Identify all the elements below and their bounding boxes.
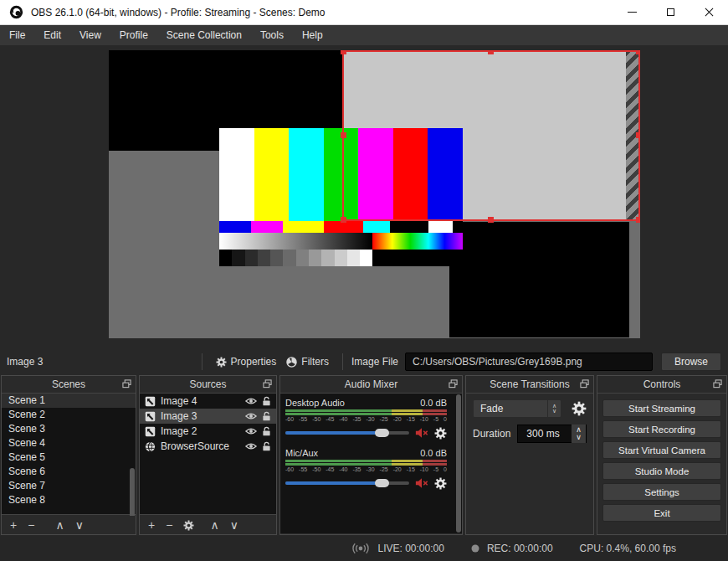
selected-source-label: Image 3 [7, 356, 43, 368]
selection-handle[interactable] [341, 50, 346, 54]
volume-meter [285, 409, 447, 412]
control-button[interactable]: Studio Mode [602, 462, 721, 480]
separator [202, 353, 203, 370]
move-scene-down-button[interactable]: ∨ [75, 516, 84, 534]
source-item[interactable]: Image 2 [140, 424, 276, 439]
selection-handle[interactable] [636, 132, 640, 138]
filters-button[interactable]: Filters [281, 353, 334, 370]
control-button[interactable]: Start Recording [602, 420, 721, 438]
mixer-scrollbar[interactable] [456, 394, 461, 533]
menu-item[interactable]: Profile [110, 25, 157, 45]
lock-open-icon[interactable] [262, 426, 271, 436]
visibility-eye-icon[interactable] [245, 397, 257, 405]
minimize-button[interactable] [613, 0, 651, 25]
menu-item[interactable]: Help [293, 25, 332, 45]
add-source-button[interactable]: + [148, 516, 155, 534]
add-scene-button[interactable]: + [10, 516, 17, 534]
meter-tick: -25 [380, 466, 388, 474]
popout-icon[interactable] [449, 379, 458, 389]
close-button[interactable] [690, 0, 728, 25]
meter-tick: -45 [326, 416, 334, 424]
filters-icon [286, 357, 297, 368]
remove-source-button[interactable]: − [166, 516, 172, 534]
mute-icon[interactable] [415, 477, 428, 489]
image-file-input[interactable]: C:/Users/OBS/Pictures/Grey169B.png [405, 353, 653, 371]
scene-item[interactable]: Scene 5 [2, 450, 136, 465]
gray-steps [219, 250, 372, 266]
move-scene-up-button[interactable]: ∧ [55, 516, 64, 534]
popout-icon[interactable] [580, 379, 589, 389]
color-bar [289, 128, 324, 221]
selection-handle[interactable] [488, 217, 494, 223]
control-button[interactable]: Settings [602, 483, 721, 501]
lock-open-icon[interactable] [262, 396, 271, 406]
control-button[interactable]: Exit [602, 504, 721, 522]
duration-spinbox[interactable]: 300 ms ∧∨ [517, 425, 587, 443]
source-item[interactable]: BrowserSource [140, 439, 276, 454]
scene-item[interactable]: Scene 3 [2, 422, 136, 436]
menu-item[interactable]: View [70, 25, 110, 45]
rainbow-gradient [372, 233, 463, 250]
scene-item[interactable]: Scene 1 [2, 394, 136, 408]
maximize-button[interactable] [651, 0, 690, 25]
scene-item[interactable]: Scene 6 [2, 465, 136, 479]
menu-item[interactable]: Tools [251, 25, 293, 45]
source-name: Image 2 [161, 425, 240, 437]
control-button[interactable]: Start Virtual Camera [602, 441, 721, 459]
remove-scene-button[interactable]: − [28, 516, 34, 534]
menu-item[interactable]: File [0, 25, 34, 45]
color-bar-small [453, 221, 463, 233]
spin-buttons[interactable]: ∧∨ [572, 425, 586, 443]
selected-source-bounding-box[interactable] [342, 50, 640, 221]
meter-tick: -50 [312, 466, 320, 474]
move-source-down-button[interactable]: ∨ [230, 516, 238, 534]
menu-item[interactable]: Edit [34, 25, 70, 45]
meter-tick: -40 [339, 416, 347, 424]
volume-slider[interactable] [285, 429, 409, 437]
source-name: Image 3 [161, 410, 240, 422]
popout-icon[interactable] [263, 379, 272, 389]
selection-handle[interactable] [341, 217, 346, 223]
scene-item[interactable]: Scene 2 [2, 408, 136, 422]
source-item[interactable]: Image 3 [140, 409, 276, 424]
mute-icon[interactable] [415, 427, 428, 439]
channel-settings-gear-icon[interactable] [434, 427, 447, 440]
volume-slider-thumb[interactable] [375, 479, 389, 487]
menu-item[interactable]: Scene Collection [157, 25, 251, 45]
scene-item[interactable]: Scene 8 [2, 493, 136, 507]
selection-handle[interactable] [636, 50, 640, 54]
popout-icon[interactable] [122, 379, 131, 389]
gray-step [321, 250, 334, 266]
source-properties-gear-icon[interactable] [183, 520, 194, 531]
volume-slider-thumb[interactable] [375, 429, 389, 437]
transition-settings-gear-icon[interactable] [572, 401, 587, 416]
preview-canvas[interactable] [109, 50, 640, 338]
preview-source-black-bottom[interactable] [449, 222, 629, 337]
lock-open-icon[interactable] [262, 411, 271, 421]
meter-tick: -15 [407, 416, 415, 424]
browse-button[interactable]: Browse [661, 353, 721, 371]
move-source-up-button[interactable]: ∧ [210, 516, 218, 534]
visibility-eye-icon[interactable] [245, 442, 257, 450]
volume-slider[interactable] [285, 479, 409, 487]
visibility-eye-icon[interactable] [245, 427, 257, 435]
control-button[interactable]: Start Streaming [602, 399, 721, 417]
selection-handle[interactable] [488, 50, 494, 54]
lock-open-icon[interactable] [262, 441, 271, 451]
source-item[interactable]: Image 4 [140, 394, 276, 409]
scene-item[interactable]: Scene 4 [2, 436, 136, 450]
sources-title: Sources [189, 378, 226, 390]
transition-select[interactable]: Fade ∧∨ [473, 399, 561, 418]
selection-handle[interactable] [636, 217, 640, 223]
live-timer: LIVE: 00:00:00 [377, 543, 443, 554]
meter-tick: -60 [285, 416, 294, 424]
visibility-eye-icon[interactable] [245, 412, 257, 420]
scene-item[interactable]: Scene 7 [2, 479, 136, 493]
properties-label: Properties [231, 356, 277, 368]
selection-handle[interactable] [341, 132, 346, 138]
popout-icon[interactable] [713, 379, 722, 389]
meter-scale: -60-55-50-45-40-35-30-25-20-15-10-50 [285, 466, 447, 474]
black-fill [372, 250, 463, 266]
properties-button[interactable]: Properties [211, 353, 282, 370]
channel-settings-gear-icon[interactable] [434, 477, 447, 490]
